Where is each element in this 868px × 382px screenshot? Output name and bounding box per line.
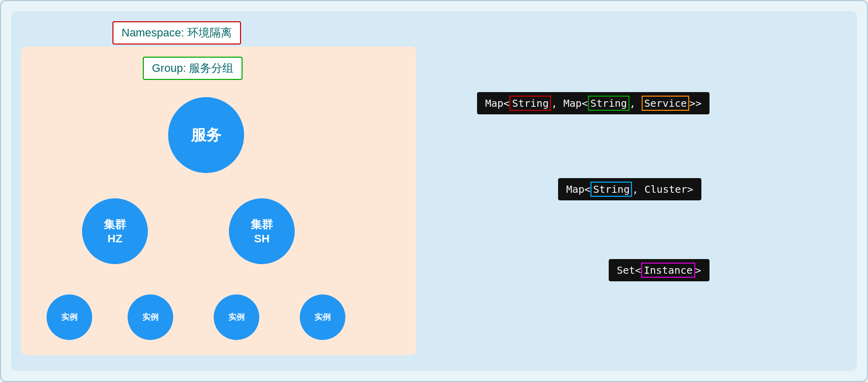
- instance-node-2: 实例: [128, 294, 173, 340]
- code-box-set-instance: Set<Instance>: [609, 259, 709, 281]
- code-box-map-cluster: Map<String, Cluster>: [558, 178, 701, 200]
- service-node: 服务: [168, 97, 244, 173]
- instance-node-4: 实例: [300, 294, 345, 340]
- group-label: Group: 服务分组: [143, 57, 243, 80]
- cluster-sh-node: 集群 SH: [229, 198, 295, 264]
- span-string-cyan: String: [590, 182, 632, 197]
- code-box-map-service: Map<String, Map<String, Service>>: [477, 92, 709, 114]
- span-instance: Instance: [641, 263, 695, 278]
- span-string-green: String: [588, 96, 629, 111]
- span-string-red: String: [509, 96, 551, 111]
- main-container: Namespace: 环境隔离 Group: 服务分组 服务 集群 HZ 集群 …: [0, 0, 868, 382]
- instance-node-3: 实例: [214, 294, 259, 340]
- cluster-hz-node: 集群 HZ: [82, 198, 148, 264]
- namespace-label: Namespace: 环境隔离: [112, 21, 241, 45]
- span-service: Service: [642, 96, 689, 111]
- instance-node-1: 实例: [47, 294, 92, 340]
